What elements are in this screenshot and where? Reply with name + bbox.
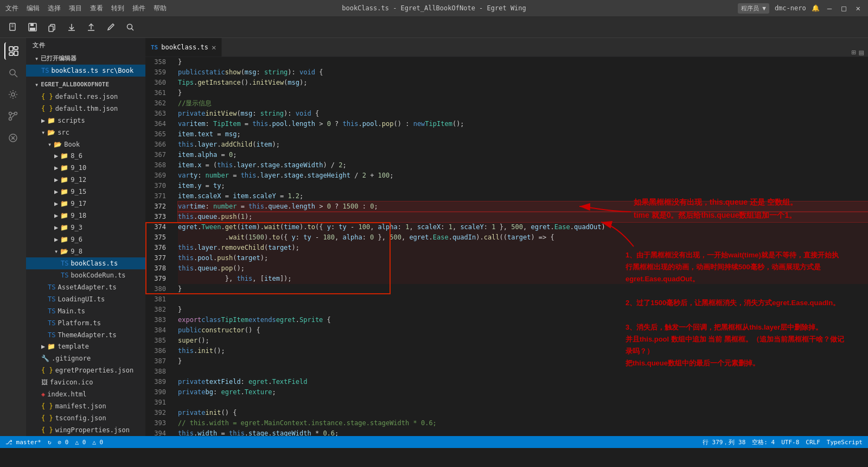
sidebar-item-platform[interactable]: TS Platform.ts — [26, 317, 145, 329]
sidebar-item-9-10[interactable]: ▶ 📁 9_10 — [26, 162, 145, 174]
code-line[interactable]: this.queue.push(1); — [178, 212, 868, 222]
code-line[interactable]: } — [178, 356, 868, 367]
menu-bar[interactable]: 文件 编辑 选择 项目 查看 转到 插件 帮助 — [5, 4, 167, 13]
sidebar-item-tsconfig[interactable]: { } tsconfig.json — [26, 412, 145, 424]
code-line[interactable]: this.layer.addChild(item); — [178, 140, 868, 150]
code-content[interactable]: } public static show(msg: string): void … — [173, 57, 868, 436]
notification-icon[interactable]: 🔔 — [812, 4, 820, 12]
code-line[interactable]: } — [178, 88, 868, 98]
code-line[interactable]: Tips.getInstance().initView(msg); — [178, 78, 868, 88]
code-line[interactable]: var ty: number = this.layer.stage.stageH… — [178, 171, 868, 181]
language-mode[interactable]: TypeScript — [827, 439, 863, 446]
sidebar-item-book[interactable]: ▾ 📂 Book — [26, 138, 145, 150]
minimize-button[interactable]: — — [825, 4, 834, 12]
sidebar-item-favicon[interactable]: 🖼 favicon.ico — [26, 376, 145, 388]
git-branch[interactable]: ⎇ master* — [5, 439, 41, 446]
warning-count[interactable]: △ 0 — [75, 439, 86, 446]
menu-goto[interactable]: 转到 — [111, 4, 124, 13]
activity-explorer[interactable] — [4, 42, 22, 60]
code-line[interactable]: private initView(msg: string): void { — [178, 109, 868, 119]
menu-file[interactable]: 文件 — [5, 4, 18, 13]
toolbar-upload[interactable] — [84, 20, 99, 35]
activity-settings[interactable] — [4, 86, 22, 103]
code-line[interactable]: } — [178, 305, 868, 315]
menu-view[interactable]: 查看 — [90, 4, 103, 13]
sidebar-item-9-18[interactable]: ▶ 📁 9_18 — [26, 210, 145, 222]
code-line[interactable]: } — [178, 57, 868, 67]
code-line[interactable] — [178, 367, 868, 377]
code-line[interactable]: this.queue.pop(); — [178, 263, 868, 274]
menu-edit[interactable]: 编辑 — [27, 4, 40, 13]
sidebar-item-scripts[interactable]: ▶ 📁 scripts — [26, 115, 145, 127]
code-scroll[interactable]: 3583593603613623633643653663673683693703… — [145, 57, 868, 436]
sidebar-item-bookclass-ts[interactable]: TS bookClass.ts — [26, 257, 145, 269]
editor-layout-icon[interactable]: ▤ — [859, 48, 864, 56]
file-encoding[interactable]: UTF-8 — [781, 439, 799, 446]
maximize-button[interactable]: □ — [839, 4, 848, 12]
sidebar-item-default-res[interactable]: { } default.res.json — [26, 91, 145, 103]
sidebar-section-opened[interactable]: ▾ 已打开编辑器 — [26, 53, 145, 65]
line-ending[interactable]: CRLF — [806, 439, 820, 446]
sidebar-item-manifest[interactable]: { } manifest.json — [26, 400, 145, 412]
sidebar-item-wingprop[interactable]: { } wingProperties.json — [26, 424, 145, 436]
code-line[interactable]: export class TipItem extends egret.Sprit… — [178, 315, 868, 325]
code-line[interactable]: item.alpha = 0; — [178, 150, 868, 160]
code-line[interactable]: .wait(1500).to({ y: ty - 180, alpha: 0 }… — [178, 232, 868, 243]
cursor-position[interactable]: 行 379，列 38 — [703, 438, 745, 446]
menu-help[interactable]: 帮助 — [154, 4, 167, 13]
activity-git[interactable] — [4, 108, 22, 125]
toolbar-download[interactable] — [64, 20, 79, 35]
sidebar-item-bookcoderun[interactable]: TS bookCodeRun.ts — [26, 269, 145, 281]
tab-close-button[interactable]: ✕ — [212, 43, 216, 52]
toolbar-search[interactable] — [123, 20, 138, 35]
sidebar-item-9-3[interactable]: ▶ 📁 9_3 — [26, 222, 145, 234]
code-line[interactable]: this.layer.removeChild(target); — [178, 243, 868, 253]
sidebar-item-template[interactable]: ▶ 📁 template — [26, 341, 145, 353]
code-line[interactable] — [178, 294, 868, 305]
code-line[interactable]: //显示信息 — [178, 98, 868, 109]
sidebar-item-9-6[interactable]: ▶ 📁 9_6 — [26, 234, 145, 245]
code-line[interactable]: this.init(); — [178, 346, 868, 356]
menu-plugins[interactable]: 插件 — [132, 4, 145, 13]
toolbar-copy[interactable] — [44, 20, 60, 35]
code-line[interactable]: egret.Tween.get(item).wait(time).to({ y:… — [178, 222, 868, 232]
tab-bookclass[interactable]: TS bookClass.ts ✕ — [145, 38, 222, 56]
sidebar-item-assetadapter[interactable]: TS AssetAdapter.ts — [26, 281, 145, 293]
changes-count[interactable]: △ 0 — [92, 439, 103, 446]
toolbar-new[interactable] — [5, 20, 21, 35]
code-line[interactable]: item.scaleX = item.scaleY = 1.2; — [178, 191, 868, 201]
code-line[interactable] — [178, 397, 868, 408]
sidebar-item-egretprop[interactable]: { } egretProperties.json — [26, 364, 145, 376]
sidebar-item-gitignore[interactable]: 🔧 .gitignore — [26, 352, 145, 364]
sidebar-section-project[interactable]: ▾ EGRET_ALLBOOKOFNOTE — [26, 79, 145, 91]
code-line[interactable]: item.text = msg; — [178, 129, 868, 140]
sidebar-item-themeadapter[interactable]: TS ThemeAdapter.ts — [26, 329, 145, 341]
sidebar-item-8-6[interactable]: ▶ 📁 8_6 — [26, 150, 145, 162]
code-line[interactable]: // this.width = egret.MainContext.instan… — [178, 418, 868, 428]
code-line[interactable]: this.width = this.stage.stageWidth * 0.6… — [178, 428, 868, 436]
code-line[interactable]: public constructor() { — [178, 325, 868, 336]
toolbar-save[interactable] — [25, 20, 40, 35]
user-role[interactable]: 程序员 ▼ — [738, 3, 769, 14]
sidebar-item-9-17[interactable]: ▶ 📁 9_17 — [26, 198, 145, 210]
code-line[interactable]: private init() { — [178, 408, 868, 418]
code-line[interactable]: }, this, [item]); — [178, 274, 868, 284]
menu-project[interactable]: 项目 — [69, 4, 82, 13]
close-button[interactable]: ✕ — [854, 4, 863, 12]
code-line[interactable]: item.x = (this.layer.stage.stageWidth) /… — [178, 160, 868, 171]
sidebar-item-src[interactable]: ▾ 📂 src — [26, 127, 145, 138]
code-line[interactable]: private textField: egret.TextField — [178, 377, 868, 387]
code-line[interactable]: public static show(msg: string): void { — [178, 67, 868, 78]
code-line[interactable]: } — [178, 284, 868, 294]
error-count[interactable]: ⊘ 0 — [58, 439, 69, 446]
code-line[interactable]: var item: TipItem = this.pool.length > 0… — [178, 119, 868, 129]
code-line[interactable]: super(); — [178, 336, 868, 346]
sidebar-item-9-8[interactable]: ▾ 📂 9_8 — [26, 245, 145, 257]
sidebar-item-default-thm[interactable]: { } default.thm.json — [26, 103, 145, 115]
code-line[interactable]: private bg: egret.Texture; — [178, 387, 868, 397]
activity-debug[interactable] — [4, 129, 22, 147]
code-line[interactable]: item.y = ty; — [178, 181, 868, 191]
sidebar-item-bookclass[interactable]: TS bookClass.ts src\Book — [26, 65, 145, 77]
code-line[interactable]: var time: number = this.queue.length > 0… — [178, 201, 868, 212]
sync-icon[interactable]: ↻ — [48, 439, 52, 446]
